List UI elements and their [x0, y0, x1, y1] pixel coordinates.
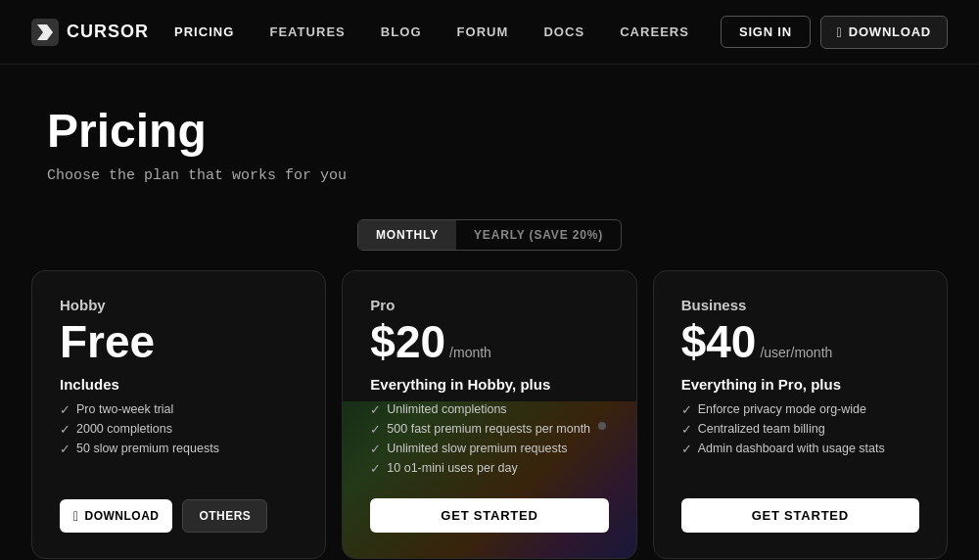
- monthly-toggle[interactable]: MONTHLY: [358, 220, 456, 250]
- hobby-price-row: Free: [60, 319, 298, 364]
- business-price: $40: [681, 319, 757, 364]
- pro-price-row: $20 /month: [370, 319, 608, 364]
- download-nav-label: DOWNLOAD: [849, 24, 931, 39]
- hobby-others-button[interactable]: OTHERS: [182, 499, 267, 533]
- pro-price-suffix: /month: [449, 345, 491, 360]
- business-price-row: $40 /user/month: [681, 319, 919, 364]
- yearly-toggle[interactable]: YEARLY (SAVE 20%): [456, 220, 621, 250]
- business-card: Business $40 /user/month Everything in P…: [653, 270, 948, 559]
- check-icon: ✓: [370, 422, 381, 437]
- hobby-price: Free: [60, 319, 155, 364]
- pro-card: Pro $20 /month Everything in Hobby, plus…: [342, 270, 636, 559]
- check-icon: ✓: [681, 402, 692, 417]
- list-item: ✓2000 completions: [60, 422, 298, 437]
- business-actions: GET STARTED: [681, 498, 919, 533]
- pro-includes-label: Everything in Hobby, plus: [370, 376, 608, 393]
- page-title: Pricing: [47, 104, 932, 158]
- nav-pricing[interactable]: PRICING: [174, 24, 234, 39]
- list-item: ✓Unlimited slow premium requests: [370, 442, 608, 456]
- nav-forum[interactable]: FORUM: [457, 24, 509, 39]
- hobby-includes-label: Includes: [60, 376, 298, 393]
- list-item: ✓Enforce privacy mode org-wide: [681, 402, 919, 417]
- check-icon: ✓: [60, 402, 70, 417]
- list-item: ✓Centralized team billing: [681, 422, 919, 437]
- logo-text: CURSOR: [67, 22, 149, 42]
- list-item: ✓50 slow premium requests: [60, 442, 298, 456]
- nav-careers[interactable]: CAREERS: [620, 24, 689, 39]
- nav-blog[interactable]: BLOG: [381, 24, 422, 39]
- business-includes-label: Everything in Pro, plus: [681, 376, 919, 393]
- list-item: ✓Pro two-week trial: [60, 402, 298, 417]
- list-item: ✓500 fast premium requests per month: [370, 422, 608, 437]
- billing-toggle-group: MONTHLY YEARLY (SAVE 20%): [357, 219, 622, 251]
- download-nav-button[interactable]:  DOWNLOAD: [820, 16, 948, 49]
- logo[interactable]: CURSOR: [31, 19, 149, 46]
- check-icon: ✓: [370, 442, 381, 456]
- hobby-tier: Hobby: [60, 297, 298, 313]
- business-features: ✓Enforce privacy mode org-wide ✓Centrali…: [681, 402, 919, 485]
- hero-section: Pricing Choose the plan that works for y…: [0, 65, 979, 211]
- hero-subtitle: Choose the plan that works for you: [47, 167, 932, 184]
- signin-button[interactable]: SIGN IN: [721, 16, 811, 48]
- apple-icon: : [837, 24, 843, 40]
- check-icon: ✓: [681, 422, 692, 437]
- pro-get-started-button[interactable]: GET STARTED: [370, 498, 608, 533]
- nav-features[interactable]: FEATURES: [269, 24, 345, 39]
- nav-actions: SIGN IN  DOWNLOAD: [721, 16, 948, 49]
- pro-actions: GET STARTED: [370, 498, 608, 533]
- check-icon: ✓: [60, 422, 70, 437]
- check-icon: ✓: [370, 461, 381, 476]
- apple-icon: : [73, 508, 79, 524]
- nav-docs[interactable]: DOCS: [543, 24, 584, 39]
- list-item: ✓Admin dashboard with usage stats: [681, 442, 919, 456]
- info-dot: [598, 422, 606, 430]
- hobby-download-label: DOWNLOAD: [85, 509, 160, 523]
- hobby-download-button[interactable]:  DOWNLOAD: [60, 499, 172, 533]
- hobby-card: Hobby Free Includes ✓Pro two-week trial …: [31, 270, 326, 559]
- pro-features: ✓Unlimited completions ✓500 fast premium…: [370, 402, 608, 485]
- hobby-features: ✓Pro two-week trial ✓2000 completions ✓5…: [60, 402, 298, 486]
- business-get-started-button[interactable]: GET STARTED: [681, 498, 919, 533]
- list-item: ✓Unlimited completions: [370, 402, 608, 417]
- logo-icon: [31, 19, 59, 46]
- list-item: ✓10 o1-mini uses per day: [370, 461, 608, 476]
- business-price-suffix: /user/month: [760, 345, 832, 360]
- pro-price: $20: [370, 319, 445, 364]
- business-tier: Business: [681, 297, 919, 313]
- pricing-cards: Hobby Free Includes ✓Pro two-week trial …: [0, 270, 979, 559]
- nav-links: PRICING FEATURES BLOG FORUM DOCS CAREERS: [174, 24, 689, 39]
- hobby-actions:  DOWNLOAD OTHERS: [60, 499, 298, 533]
- billing-toggle-row: MONTHLY YEARLY (SAVE 20%): [0, 219, 979, 251]
- check-icon: ✓: [681, 442, 692, 456]
- navbar: CURSOR PRICING FEATURES BLOG FORUM DOCS …: [0, 0, 979, 65]
- pro-tier: Pro: [370, 297, 608, 313]
- check-icon: ✓: [60, 442, 70, 456]
- check-icon: ✓: [370, 402, 381, 417]
